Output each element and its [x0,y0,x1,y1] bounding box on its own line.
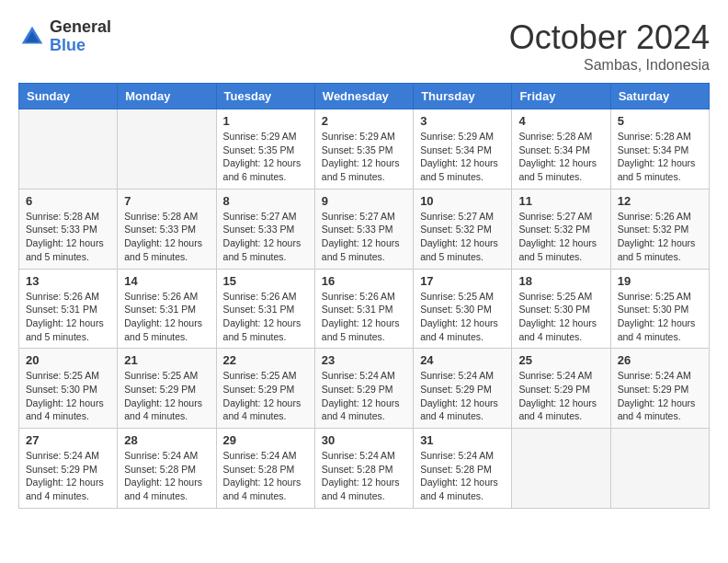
calendar-cell: 20Sunrise: 5:25 AM Sunset: 5:30 PM Dayli… [19,349,118,429]
column-header-monday: Monday [118,84,216,109]
day-info: Sunrise: 5:29 AM Sunset: 5:34 PM Dayligh… [420,130,505,184]
calendar-week-row: 13Sunrise: 5:26 AM Sunset: 5:31 PM Dayli… [19,269,710,349]
day-number: 31 [420,433,505,447]
day-number: 5 [618,114,702,128]
calendar-cell: 27Sunrise: 5:24 AM Sunset: 5:29 PM Dayli… [19,429,118,509]
day-info: Sunrise: 5:24 AM Sunset: 5:28 PM Dayligh… [124,449,209,503]
day-number: 11 [518,194,603,208]
column-header-thursday: Thursday [414,84,512,109]
logo-text: General Blue [50,18,111,55]
calendar-cell: 29Sunrise: 5:24 AM Sunset: 5:28 PM Dayli… [216,429,314,509]
logo: General Blue [18,18,111,55]
day-info: Sunrise: 5:26 AM Sunset: 5:32 PM Dayligh… [618,210,702,264]
calendar-cell: 17Sunrise: 5:25 AM Sunset: 5:30 PM Dayli… [414,269,512,349]
day-number: 27 [26,433,110,447]
calendar-cell: 24Sunrise: 5:24 AM Sunset: 5:29 PM Dayli… [414,349,512,429]
month-title: October 2024 [509,18,710,57]
day-number: 16 [322,274,406,288]
calendar-cell: 13Sunrise: 5:26 AM Sunset: 5:31 PM Dayli… [19,269,118,349]
day-number: 29 [223,433,308,447]
calendar-table: SundayMondayTuesdayWednesdayThursdayFrid… [18,83,710,509]
calendar-week-row: 27Sunrise: 5:24 AM Sunset: 5:29 PM Dayli… [19,429,710,509]
calendar-cell: 4Sunrise: 5:28 AM Sunset: 5:34 PM Daylig… [512,109,610,190]
day-info: Sunrise: 5:24 AM Sunset: 5:28 PM Dayligh… [420,449,505,503]
day-info: Sunrise: 5:25 AM Sunset: 5:29 PM Dayligh… [124,369,209,423]
day-info: Sunrise: 5:24 AM Sunset: 5:28 PM Dayligh… [223,449,308,503]
calendar-cell: 5Sunrise: 5:28 AM Sunset: 5:34 PM Daylig… [610,109,709,190]
day-number: 24 [420,353,505,367]
day-number: 26 [618,353,702,367]
day-number: 1 [223,114,308,128]
calendar-cell: 30Sunrise: 5:24 AM Sunset: 5:28 PM Dayli… [314,429,413,509]
calendar-cell: 12Sunrise: 5:26 AM Sunset: 5:32 PM Dayli… [610,189,709,269]
day-number: 17 [420,274,505,288]
day-info: Sunrise: 5:25 AM Sunset: 5:30 PM Dayligh… [618,290,702,344]
calendar-cell: 22Sunrise: 5:25 AM Sunset: 5:29 PM Dayli… [216,349,314,429]
day-info: Sunrise: 5:28 AM Sunset: 5:33 PM Dayligh… [124,210,209,264]
day-number: 2 [322,114,406,128]
day-info: Sunrise: 5:26 AM Sunset: 5:31 PM Dayligh… [223,290,308,344]
calendar-cell: 15Sunrise: 5:26 AM Sunset: 5:31 PM Dayli… [216,269,314,349]
day-info: Sunrise: 5:26 AM Sunset: 5:31 PM Dayligh… [124,290,209,344]
logo-blue: Blue [50,37,111,55]
day-info: Sunrise: 5:27 AM Sunset: 5:32 PM Dayligh… [420,210,505,264]
day-info: Sunrise: 5:26 AM Sunset: 5:31 PM Dayligh… [322,290,406,344]
day-number: 13 [26,274,110,288]
calendar-cell: 7Sunrise: 5:28 AM Sunset: 5:33 PM Daylig… [118,189,216,269]
day-number: 25 [518,353,603,367]
calendar-cell: 16Sunrise: 5:26 AM Sunset: 5:31 PM Dayli… [314,269,413,349]
day-info: Sunrise: 5:27 AM Sunset: 5:33 PM Dayligh… [322,210,406,264]
calendar-cell: 23Sunrise: 5:24 AM Sunset: 5:29 PM Dayli… [314,349,413,429]
calendar-cell: 21Sunrise: 5:25 AM Sunset: 5:29 PM Dayli… [118,349,216,429]
day-info: Sunrise: 5:28 AM Sunset: 5:34 PM Dayligh… [618,130,702,184]
calendar-cell: 11Sunrise: 5:27 AM Sunset: 5:32 PM Dayli… [512,189,610,269]
day-number: 21 [124,353,209,367]
calendar-cell: 3Sunrise: 5:29 AM Sunset: 5:34 PM Daylig… [414,109,512,190]
day-number: 7 [124,194,209,208]
day-info: Sunrise: 5:25 AM Sunset: 5:30 PM Dayligh… [26,369,110,423]
day-number: 28 [124,433,209,447]
page-header: General Blue October 2024 Sambas, Indone… [18,18,710,74]
calendar-week-row: 1Sunrise: 5:29 AM Sunset: 5:35 PM Daylig… [19,109,710,190]
day-number: 18 [518,274,603,288]
day-number: 10 [420,194,505,208]
day-info: Sunrise: 5:25 AM Sunset: 5:30 PM Dayligh… [420,290,505,344]
day-info: Sunrise: 5:24 AM Sunset: 5:29 PM Dayligh… [420,369,505,423]
day-number: 19 [618,274,702,288]
calendar-cell [512,429,610,509]
calendar-cell: 2Sunrise: 5:29 AM Sunset: 5:35 PM Daylig… [314,109,413,190]
day-number: 22 [223,353,308,367]
column-header-friday: Friday [512,84,610,109]
calendar-cell: 25Sunrise: 5:24 AM Sunset: 5:29 PM Dayli… [512,349,610,429]
column-header-wednesday: Wednesday [314,84,413,109]
calendar-cell: 18Sunrise: 5:25 AM Sunset: 5:30 PM Dayli… [512,269,610,349]
location-subtitle: Sambas, Indonesia [509,57,710,74]
day-info: Sunrise: 5:24 AM Sunset: 5:28 PM Dayligh… [322,449,406,503]
calendar-cell [118,109,216,190]
title-area: October 2024 Sambas, Indonesia [509,18,710,74]
calendar-cell: 9Sunrise: 5:27 AM Sunset: 5:33 PM Daylig… [314,189,413,269]
day-info: Sunrise: 5:25 AM Sunset: 5:29 PM Dayligh… [223,369,308,423]
day-info: Sunrise: 5:28 AM Sunset: 5:34 PM Dayligh… [518,130,603,184]
calendar-cell: 10Sunrise: 5:27 AM Sunset: 5:32 PM Dayli… [414,189,512,269]
calendar-cell: 31Sunrise: 5:24 AM Sunset: 5:28 PM Dayli… [414,429,512,509]
day-info: Sunrise: 5:27 AM Sunset: 5:33 PM Dayligh… [223,210,308,264]
calendar-cell: 8Sunrise: 5:27 AM Sunset: 5:33 PM Daylig… [216,189,314,269]
day-number: 12 [618,194,702,208]
day-info: Sunrise: 5:28 AM Sunset: 5:33 PM Dayligh… [26,210,110,264]
calendar-header-row: SundayMondayTuesdayWednesdayThursdayFrid… [19,84,710,109]
day-info: Sunrise: 5:26 AM Sunset: 5:31 PM Dayligh… [26,290,110,344]
day-number: 9 [322,194,406,208]
day-info: Sunrise: 5:27 AM Sunset: 5:32 PM Dayligh… [518,210,603,264]
column-header-saturday: Saturday [610,84,709,109]
day-number: 14 [124,274,209,288]
day-info: Sunrise: 5:29 AM Sunset: 5:35 PM Dayligh… [223,130,308,184]
day-number: 20 [26,353,110,367]
day-info: Sunrise: 5:24 AM Sunset: 5:29 PM Dayligh… [518,369,603,423]
calendar-cell: 19Sunrise: 5:25 AM Sunset: 5:30 PM Dayli… [610,269,709,349]
calendar-week-row: 20Sunrise: 5:25 AM Sunset: 5:30 PM Dayli… [19,349,710,429]
day-number: 6 [26,194,110,208]
calendar-week-row: 6Sunrise: 5:28 AM Sunset: 5:33 PM Daylig… [19,189,710,269]
calendar-cell: 6Sunrise: 5:28 AM Sunset: 5:33 PM Daylig… [19,189,118,269]
day-number: 15 [223,274,308,288]
